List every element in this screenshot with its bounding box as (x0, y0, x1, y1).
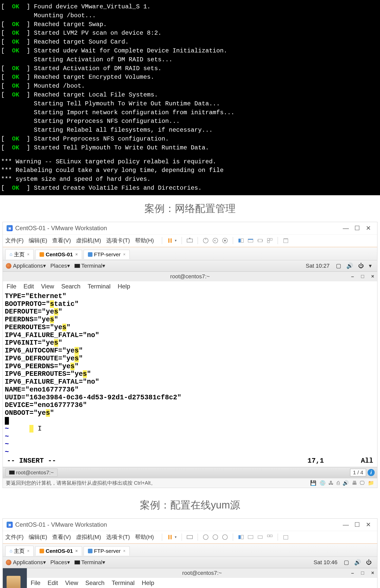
sound-icon[interactable]: 🔊 (343, 480, 349, 486)
power-icon[interactable]: ⏻ (366, 559, 372, 566)
terminal-indicator[interactable]: Terminal ▾ (74, 559, 105, 566)
display-icon[interactable]: 🖵 (360, 480, 365, 486)
snapshot-icon[interactable] (202, 534, 209, 540)
cd-icon[interactable]: 💿 (319, 480, 326, 486)
power-icon[interactable]: ⏻ (358, 263, 364, 269)
terminal-titlebar[interactable]: root@centos7:~ – □ × (27, 568, 377, 578)
printer-icon[interactable]: 🖶 (352, 480, 357, 486)
close-tab-icon[interactable]: × (75, 549, 78, 553)
library-icon[interactable] (282, 237, 289, 244)
titlebar[interactable]: ▣ CentOS-01 - VMware Workstation — ☐ ✕ (3, 519, 377, 531)
close-tab-icon[interactable]: × (123, 252, 125, 257)
library-icon[interactable] (282, 534, 289, 540)
menu-file[interactable]: File (7, 283, 16, 290)
info-icon[interactable]: i (368, 469, 375, 476)
close-tab-icon[interactable]: × (75, 252, 78, 257)
maximize-button[interactable]: □ (361, 273, 364, 279)
tab-ftp[interactable]: FTP-server× (84, 250, 130, 259)
clock[interactable]: Sat 10:27 (306, 263, 330, 269)
maximize-button[interactable]: ☐ (352, 521, 362, 528)
terminal-indicator[interactable]: Terminal ▾ (74, 263, 105, 269)
close-button[interactable]: ✕ (363, 521, 373, 528)
desktop-home-icon[interactable]: hom (7, 576, 21, 588)
stretch-icon[interactable] (257, 534, 263, 540)
fullscreen-icon[interactable] (238, 534, 244, 540)
chevron-down-icon[interactable]: ▾ (369, 263, 372, 269)
send-keys-icon[interactable] (186, 534, 193, 540)
snapshot-icon[interactable] (202, 237, 209, 244)
minimize-button[interactable]: — (341, 521, 351, 528)
menu-view[interactable]: View (41, 283, 54, 290)
folder-icon[interactable]: 📁 (368, 480, 374, 486)
minimize-button[interactable]: – (351, 570, 354, 576)
menu-help[interactable]: Help (118, 283, 130, 290)
close-tab-icon[interactable]: × (27, 252, 29, 257)
menu-edit[interactable]: Edit (48, 579, 58, 586)
menu-file[interactable]: 文件(F) (5, 237, 24, 244)
menu-search[interactable]: Search (85, 579, 105, 586)
tab-ftp[interactable]: FTP-server× (84, 546, 130, 556)
close-button[interactable]: × (371, 570, 374, 576)
menu-vm[interactable]: 虚拟机(M) (76, 533, 101, 541)
fullscreen-icon[interactable] (238, 237, 244, 244)
volume-icon[interactable]: 🔊 (354, 559, 361, 566)
menu-tabs[interactable]: 选项卡(T) (106, 533, 130, 541)
close-button[interactable]: × (371, 273, 374, 279)
close-button[interactable]: ✕ (363, 225, 373, 232)
places-menu[interactable]: Places ▾ (50, 263, 70, 269)
pause-button[interactable]: ▼ (167, 534, 177, 540)
menu-search[interactable]: Search (61, 283, 81, 290)
minimize-button[interactable]: – (351, 273, 354, 279)
menu-file[interactable]: 文件(F) (5, 533, 24, 541)
revert-icon[interactable] (212, 534, 219, 540)
workspace-pager[interactable]: 1 / 4 (350, 469, 366, 476)
close-tab-icon[interactable]: × (27, 549, 29, 553)
volume-icon[interactable]: 🔊 (346, 263, 353, 269)
usb-icon[interactable]: ⎙ (337, 480, 340, 486)
pause-button[interactable]: ▼ (167, 237, 177, 244)
unity-icon[interactable] (247, 237, 254, 244)
task-terminal[interactable]: root@centos7:~ (5, 468, 58, 477)
maximize-button[interactable]: ☐ (352, 225, 362, 232)
menu-edit[interactable]: Edit (24, 283, 34, 290)
terminal-editor[interactable]: TYPE="Ethernet" BOOTPROTO="static" DEFRO… (3, 291, 377, 467)
tab-centos[interactable]: CentOS-01× (35, 250, 82, 259)
menu-edit[interactable]: 编辑(E) (29, 237, 47, 244)
tab-centos[interactable]: CentOS-01× (35, 546, 82, 556)
menu-help[interactable]: Help (142, 579, 154, 586)
thumbnail-icon[interactable] (267, 534, 273, 540)
keyboard-icon[interactable]: ▢ (344, 559, 349, 566)
menu-file[interactable]: File (31, 579, 41, 586)
menu-vm[interactable]: 虚拟机(M) (76, 237, 101, 244)
places-menu[interactable]: Places ▾ (50, 559, 70, 566)
snapshot-manager-icon[interactable] (222, 534, 228, 540)
snapshot-manager-icon[interactable] (222, 237, 228, 244)
revert-icon[interactable] (212, 237, 219, 244)
menu-tabs[interactable]: 选项卡(T) (106, 237, 130, 244)
tab-home[interactable]: ⌂主页× (5, 546, 34, 556)
applications-menu[interactable]: Applications ▾ (6, 559, 46, 566)
unity-icon[interactable] (247, 534, 254, 540)
menu-view[interactable]: View (65, 579, 78, 586)
minimize-button[interactable]: — (341, 225, 351, 232)
clock[interactable]: Sat 10:46 (314, 559, 337, 566)
send-keys-icon[interactable] (186, 237, 193, 244)
titlebar[interactable]: ▣ CentOS-01 - VMware Workstation — ☐ ✕ (3, 222, 377, 234)
thumbnail-icon[interactable] (267, 237, 273, 244)
close-tab-icon[interactable]: × (123, 549, 125, 553)
menu-terminal[interactable]: Terminal (112, 579, 135, 586)
menu-view[interactable]: 查看(V) (52, 533, 71, 541)
network-icon[interactable]: 🖧 (329, 480, 334, 486)
maximize-button[interactable]: □ (361, 570, 364, 576)
menu-help[interactable]: 帮助(H) (135, 533, 154, 541)
menu-terminal[interactable]: Terminal (88, 283, 111, 290)
applications-menu[interactable]: Applications ▾ (6, 263, 46, 269)
terminal-titlebar[interactable]: root@centos7:~ – □ × (3, 272, 377, 281)
keyboard-icon[interactable]: ▢ (336, 263, 341, 269)
menu-help[interactable]: 帮助(H) (135, 237, 154, 244)
menu-view[interactable]: 查看(V) (52, 237, 71, 244)
disk-icon[interactable]: 💾 (310, 480, 316, 486)
menu-edit[interactable]: 编辑(E) (29, 533, 47, 541)
stretch-icon[interactable] (257, 237, 263, 244)
tab-home[interactable]: ⌂主页× (5, 249, 34, 260)
